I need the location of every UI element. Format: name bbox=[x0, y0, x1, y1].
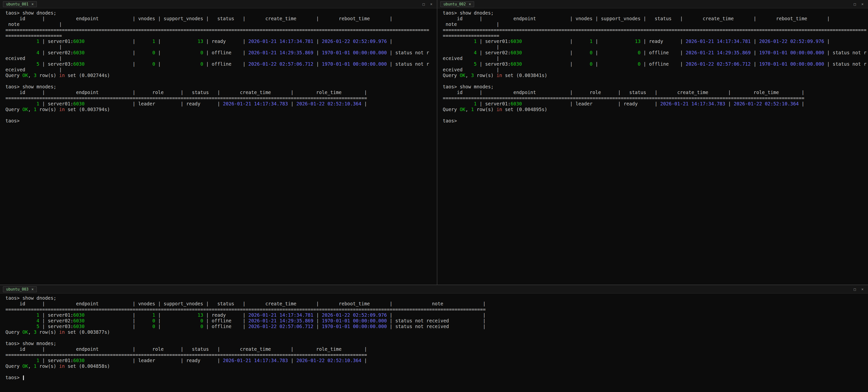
text-segment: | bbox=[522, 50, 590, 55]
text-segment: 6030 bbox=[73, 101, 85, 106]
terminal-output-ubuntu-003[interactable]: taos> show dnodes; id | endpoint | vnode… bbox=[0, 294, 868, 392]
text-segment: Query bbox=[5, 329, 23, 335]
text-segment: 4 bbox=[36, 318, 39, 323]
terminal-line: taos> bbox=[5, 118, 437, 124]
text-segment: 1970-01-01 00:00:00.000 bbox=[322, 324, 387, 329]
text-segment bbox=[443, 101, 474, 106]
terminal-line: ==================== bbox=[5, 33, 437, 38]
text-cursor bbox=[23, 375, 24, 380]
tab-ubuntu-003[interactable]: ubuntu_003 × bbox=[3, 286, 37, 292]
text-segment: 0 bbox=[638, 61, 640, 67]
text-segment: 0 bbox=[152, 61, 155, 67]
text-segment: taos> bbox=[5, 118, 23, 123]
text-segment: row(s) bbox=[36, 73, 59, 78]
text-segment: set (0.003877s) bbox=[65, 329, 110, 335]
pane-close-icon[interactable]: × bbox=[860, 2, 865, 6]
text-segment: 1970-01-01 00:00:00.000 bbox=[322, 50, 387, 55]
text-segment: 5 bbox=[36, 324, 39, 329]
text-segment: | offline | bbox=[203, 50, 248, 55]
tab-label: ubuntu_003 bbox=[6, 287, 28, 292]
text-segment: 1 bbox=[34, 107, 36, 112]
pane-close-icon[interactable]: × bbox=[860, 287, 865, 292]
tab-bar-3: ubuntu_003 × □ × bbox=[0, 285, 868, 294]
text-segment: | bbox=[443, 44, 499, 50]
text-segment: | status not received | bbox=[387, 318, 486, 323]
tab-close-icon[interactable]: × bbox=[31, 287, 34, 292]
text-segment: taos> bbox=[443, 118, 460, 123]
pane-maximize-icon[interactable]: □ bbox=[852, 2, 857, 6]
text-segment: | server02: bbox=[39, 318, 73, 323]
text-segment: | leader | ready | bbox=[85, 358, 223, 363]
text-segment: | bbox=[751, 38, 759, 44]
terminal-line: | bbox=[5, 44, 437, 50]
terminal-line: Query OK, 1 row(s) in set (0.003794s) bbox=[5, 107, 437, 112]
text-segment: | ready | bbox=[203, 312, 248, 318]
text-segment: set (0.004858s) bbox=[65, 363, 110, 369]
text-segment: 1 bbox=[152, 38, 155, 44]
text-segment: 1 bbox=[474, 38, 476, 44]
terminal-line: taos> show mnodes; bbox=[443, 84, 868, 90]
text-segment: note | bbox=[443, 22, 499, 27]
text-segment: | server01: bbox=[476, 38, 510, 44]
tab-close-icon[interactable]: × bbox=[469, 2, 471, 6]
text-segment: | bbox=[155, 318, 200, 323]
terminal-line: note | bbox=[443, 22, 868, 27]
text-segment: | ready | bbox=[203, 38, 248, 44]
text-segment bbox=[5, 38, 36, 44]
text-segment bbox=[5, 318, 36, 323]
text-segment: id | endpoint | role | status | create_t… bbox=[443, 90, 804, 95]
text-segment: | bbox=[313, 312, 322, 318]
text-segment: | bbox=[155, 324, 200, 329]
terminal-line: ========================================… bbox=[443, 27, 868, 33]
text-segment: taos> show mnodes; bbox=[5, 84, 56, 89]
pane-close-icon[interactable]: × bbox=[429, 2, 434, 6]
text-segment: 13 bbox=[635, 38, 641, 44]
text-segment: | bbox=[85, 38, 152, 44]
text-segment: taos> bbox=[5, 375, 23, 380]
text-segment: row(s) bbox=[474, 107, 497, 112]
terminal-line: id | endpoint | role | status | create_t… bbox=[5, 90, 437, 95]
text-segment: id | endpoint | role | status | create_t… bbox=[5, 346, 367, 352]
tab-close-icon[interactable]: × bbox=[31, 2, 34, 6]
text-segment: Query bbox=[5, 363, 23, 369]
text-segment bbox=[443, 50, 474, 55]
text-segment: | bbox=[361, 358, 367, 363]
text-segment: 13 bbox=[197, 312, 203, 318]
terminal-line: taos> bbox=[5, 375, 868, 381]
terminal-line: 4 | server02:6030 | 0 | 0 | offline | 20… bbox=[5, 318, 868, 324]
terminal-output-ubuntu-001[interactable]: taos> show dnodes; id | endpoint | vnode… bbox=[0, 8, 437, 285]
text-segment: 0 bbox=[200, 50, 203, 55]
text-segment: 1 bbox=[34, 363, 36, 369]
text-segment: taos> show mnodes; bbox=[443, 84, 494, 89]
text-segment: | bbox=[313, 61, 322, 67]
tab-ubuntu-002[interactable]: ubuntu_002 × bbox=[440, 1, 474, 7]
text-segment: eceived | bbox=[443, 67, 499, 72]
text-segment: 1970-01-01 00:00:00.000 bbox=[759, 61, 824, 67]
terminal-output-ubuntu-002[interactable]: taos> show dnodes; id | endpoint | vnode… bbox=[437, 8, 868, 285]
text-segment: , bbox=[28, 329, 34, 335]
text-segment bbox=[5, 358, 36, 363]
text-segment: 0 bbox=[152, 324, 155, 329]
text-segment: | bbox=[361, 101, 367, 106]
text-segment: 2026-01-21 14:17:34.783 bbox=[223, 101, 288, 106]
text-segment: | bbox=[155, 61, 200, 67]
terminal-line: ========================================… bbox=[5, 352, 868, 358]
terminal-pane-ubuntu-003: ubuntu_003 × □ × taos> show dnodes; id |… bbox=[0, 285, 868, 392]
pane-maximize-icon[interactable]: □ bbox=[852, 287, 857, 292]
tab-bar-2: ubuntu_002 × □ × bbox=[437, 0, 868, 8]
text-segment bbox=[5, 324, 36, 329]
text-segment: 0 bbox=[590, 61, 592, 67]
text-segment: | server02: bbox=[476, 50, 510, 55]
tab-ubuntu-001[interactable]: ubuntu_001 × bbox=[3, 1, 37, 7]
terminal-line: 4 | server02:6030 | 0 | 0 | offline | 20… bbox=[5, 50, 437, 56]
text-segment: | bbox=[751, 61, 759, 67]
text-segment: set (0.002744s) bbox=[65, 73, 110, 78]
text-segment: OK bbox=[23, 107, 28, 112]
text-segment: | bbox=[522, 38, 590, 44]
text-segment: 2026-01-22 02:52:10.364 bbox=[734, 101, 799, 106]
text-segment bbox=[443, 61, 474, 67]
pane-maximize-icon[interactable]: □ bbox=[421, 2, 426, 6]
terminal-line bbox=[443, 112, 868, 118]
terminal-line: taos> show mnodes; bbox=[5, 341, 868, 346]
text-segment: | bbox=[751, 50, 759, 55]
